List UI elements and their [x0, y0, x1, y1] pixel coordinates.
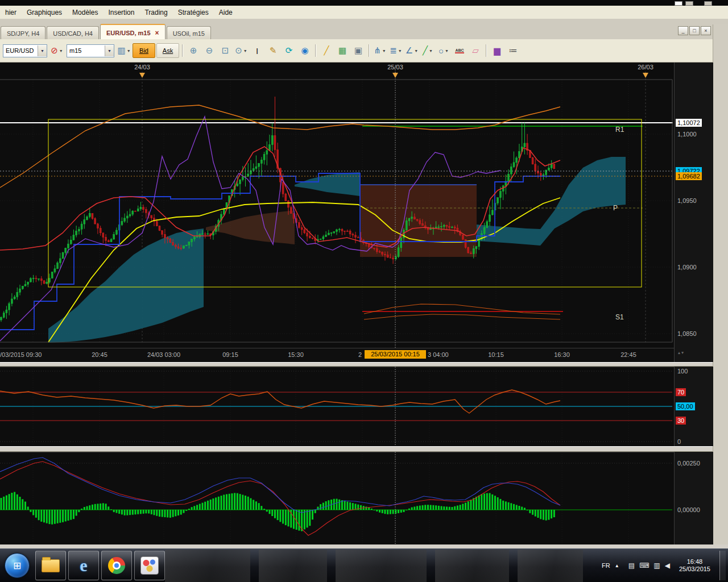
rsi-axis-label: 30	[676, 417, 686, 425]
taskbar-clock[interactable]: 16:48 25/03/2015	[675, 558, 715, 573]
refresh-button[interactable]: ⟳	[282, 43, 296, 58]
volume-tray-icon[interactable]: ◀	[665, 562, 670, 569]
browser-e-icon: e	[80, 556, 87, 575]
text-tool-icon: ABC	[455, 48, 464, 53]
minimize-button[interactable]: _	[678, 26, 688, 35]
folder-icon	[42, 559, 60, 572]
macd-indicator-panel[interactable]	[0, 452, 674, 544]
chevron-down-icon[interactable]: ▼	[38, 45, 47, 56]
time-axis-label: 24/03 03:00	[144, 351, 183, 358]
chart-tab[interactable]: EUR/USD, m15×	[100, 24, 166, 39]
vertical-cursor-button[interactable]: Ι	[250, 43, 264, 58]
close-button[interactable]: ×	[701, 26, 711, 35]
chevron-down-icon[interactable]: ▼	[105, 45, 114, 56]
chevron-down-icon: ▼	[59, 49, 63, 53]
chevron-down-icon: ▼	[414, 49, 418, 53]
macd-axis-label: 0,00250	[676, 459, 702, 467]
paint-icon	[140, 556, 159, 575]
tab-label: EUR/USD, m15	[106, 30, 151, 36]
paint-taskbar-button[interactable]	[134, 551, 165, 580]
eraser-button[interactable]: ▱	[468, 43, 483, 58]
wallpaper-fragment	[165, 550, 250, 582]
zoom-box-button[interactable]: ⊡	[218, 43, 233, 58]
menu-bar: hierGraphiquesModèlesInsertionTradingStr…	[0, 6, 728, 19]
rsi-line	[0, 390, 560, 413]
chart-workspace: 24/0325/0326/03R1PS1 /03/2015 09:3020:45…	[0, 63, 713, 544]
annotate-button[interactable]: ✎	[266, 43, 280, 58]
web-globe-button[interactable]: ◉	[297, 43, 312, 58]
pivot-label: S1	[615, 313, 624, 321]
fibonacci-tool-button[interactable]: ≣▼	[388, 43, 403, 58]
menu-item-modles[interactable]: Modèles	[67, 7, 103, 18]
snapshot-button[interactable]: ▦	[335, 43, 350, 58]
macd-axis[interactable]: 0,002500,00000	[674, 452, 713, 544]
period-combo[interactable]: m15▼	[67, 44, 114, 57]
chart-tab[interactable]: USOil, m15	[167, 26, 211, 39]
time-axis[interactable]: /03/2015 09:3020:4524/03 03:0009:1515:30…	[0, 348, 674, 363]
trading-app-taskbar-button[interactable]: e	[68, 551, 99, 580]
start-button[interactable]: ⊞	[5, 553, 30, 578]
annotate-icon: ✎	[270, 45, 277, 56]
rsi-axis[interactable]: 1007050,00300	[674, 367, 713, 446]
menu-item-hier[interactable]: hier	[0, 7, 22, 18]
axis-corner-widget[interactable]: ▴▾	[678, 350, 685, 355]
zoom-in-button[interactable]: ⊕	[186, 43, 201, 58]
eraser-icon: ▱	[472, 45, 479, 56]
price-axis-label: 1,1000	[676, 130, 698, 138]
clock-time: 16:48	[679, 558, 710, 566]
explorer-taskbar-button[interactable]	[35, 551, 66, 580]
menu-item-trading[interactable]: Trading	[139, 7, 172, 18]
pitchfork-tool-button[interactable]: ⋔▼	[373, 43, 387, 58]
chrome-icon	[108, 557, 125, 574]
symbol-combo[interactable]: EUR/USD▼	[3, 44, 47, 57]
window-right-margin	[713, 24, 728, 544]
price-axis[interactable]: ▴▾ 1,100721,10001,097221,096821,09501,09…	[674, 63, 713, 362]
chart-tab[interactable]: SD/JPY, H4	[1, 26, 46, 39]
magnify-button[interactable]: ⊙▼	[234, 43, 249, 58]
toolbar-separator	[315, 44, 316, 57]
remove-chart-button[interactable]: ⊘▼	[49, 43, 64, 58]
panel-splitter[interactable]	[0, 446, 713, 452]
titlebar-button[interactable]	[685, 1, 693, 6]
show-desktop-button[interactable]	[719, 551, 726, 580]
chart-tab[interactable]: USD/CAD, H4	[47, 26, 99, 39]
network-tray-icon[interactable]: ▥	[653, 562, 660, 569]
wallpaper-fragment	[336, 550, 427, 582]
snapshot-icon: ▦	[338, 45, 346, 56]
object-list-button[interactable]: ≔	[506, 43, 520, 58]
text-tool-button[interactable]: ABC	[452, 43, 467, 58]
titlebar-button[interactable]	[704, 1, 712, 6]
menu-item-stratgies[interactable]: Stratégies	[173, 7, 214, 18]
ruler-button[interactable]: ╱	[319, 43, 334, 58]
language-indicator[interactable]: FR	[602, 562, 610, 569]
trendline-tool-button[interactable]: ╱▼	[420, 43, 435, 58]
channel-tool-button[interactable]: ∠▼	[404, 43, 419, 58]
input-tray-icon[interactable]: ⌨	[639, 562, 649, 569]
price-chart-canvas[interactable]: 24/0325/0326/03R1PS1	[0, 63, 674, 348]
time-axis-label: 3 04:00	[428, 351, 456, 358]
chart-type-button[interactable]: ▥▼	[117, 43, 131, 58]
shape-tool-button[interactable]: ○▼	[436, 43, 451, 58]
object-list-icon: ≔	[509, 45, 518, 56]
display-tray-icon[interactable]: ▤	[628, 562, 635, 569]
zoom-out-button[interactable]: ⊖	[202, 43, 217, 58]
menu-item-insertion[interactable]: Insertion	[103, 7, 139, 18]
pitchfork-tool-icon: ⋔	[374, 45, 381, 56]
windows-button[interactable]: ▣	[351, 43, 366, 58]
statistics-button[interactable]: ▆	[490, 43, 504, 58]
maximize-button[interactable]: □	[689, 26, 700, 35]
bid-button[interactable]: Bid	[133, 43, 155, 58]
titlebar-button[interactable]	[675, 1, 682, 6]
date-marker-triangle	[643, 73, 648, 78]
magnify-icon: ⊙	[235, 45, 242, 56]
tab-close-icon[interactable]: ×	[155, 29, 159, 37]
window-titlebar	[0, 0, 728, 6]
date-label: 25/03	[387, 64, 403, 70]
menu-item-aide[interactable]: Aide	[214, 7, 238, 18]
tray-expand-arrow[interactable]: ▲	[615, 563, 619, 568]
rsi-indicator-panel[interactable]	[0, 367, 674, 446]
panel-splitter[interactable]	[0, 362, 713, 367]
menu-item-graphiques[interactable]: Graphiques	[22, 7, 67, 18]
ask-button[interactable]: Ask	[156, 43, 179, 58]
chrome-taskbar-button[interactable]	[101, 551, 132, 580]
